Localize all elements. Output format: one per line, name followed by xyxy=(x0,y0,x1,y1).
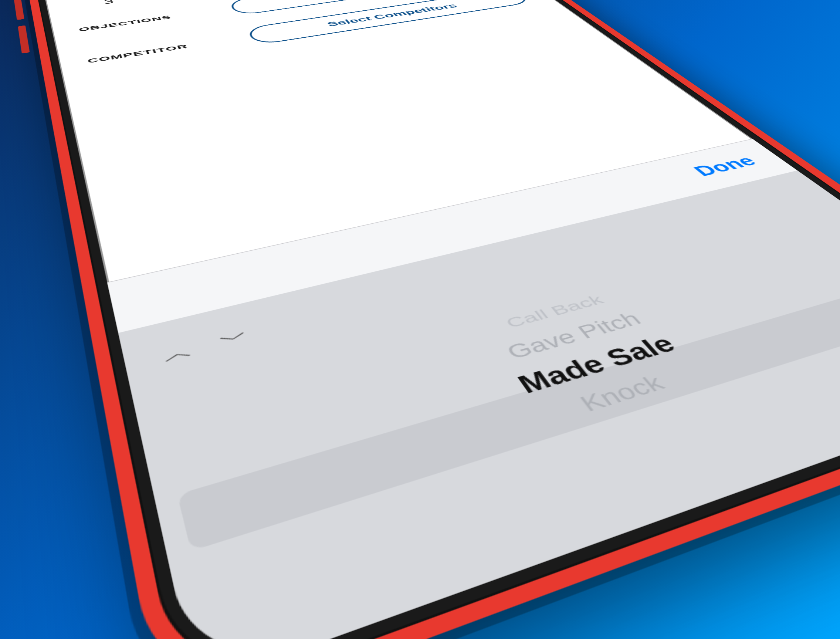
picker-sheet: Done ︿ ﹀ Call Back Gave Pitch Made Sale … xyxy=(107,139,840,639)
objections-label: OBJECTIONS xyxy=(78,6,233,33)
competitor-label: COMPETITOR xyxy=(87,33,252,65)
picker-done-button[interactable]: Done xyxy=(688,153,762,180)
